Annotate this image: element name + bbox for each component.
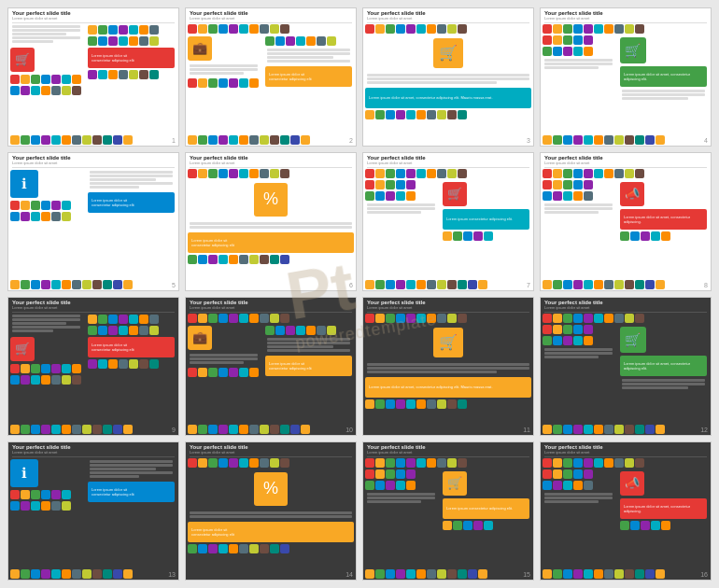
slide-12[interactable]: Your perfect slide titleLorem ipsum dolo… [540, 297, 712, 436]
slide-15[interactable]: Your perfect slide titleLorem ipsum dolo… [362, 441, 534, 581]
slide-16[interactable]: Your perfect slide titleLorem ipsum dolo… [540, 441, 712, 581]
slide-6[interactable]: Your perfect slide titleLorem ipsum dolo… [185, 152, 357, 291]
slide-subtitle: Lorem ipsum dolor sit amet [12, 161, 175, 166]
slide-subtitle: Lorem ipsum dolor sit amet [190, 17, 352, 21]
slide-subtitle: Lorem ipsum dolor sit amet [12, 17, 175, 21]
slide-3[interactable]: Your perfect slide titleLorem ipsum dolo… [362, 7, 534, 147]
slide-11[interactable]: Your perfect slide titleLorem ipsum dolo… [362, 297, 534, 436]
slide-7[interactable]: Your perfect slide titleLorem ipsum dolo… [362, 152, 534, 291]
slide-subtitle: Lorem ipsum dolor sit amet [12, 306, 175, 311]
slide-8[interactable]: Your perfect slide titleLorem ipsum dolo… [540, 152, 712, 291]
slide-subtitle: Lorem ipsum dolor sit amet [190, 306, 352, 311]
slide-10[interactable]: Your perfect slide titleLorem ipsum dolo… [185, 297, 357, 436]
slide-14[interactable]: Your perfect slide titleLorem ipsum dolo… [185, 441, 357, 581]
slide-subtitle: Lorem ipsum dolor sit amet [544, 161, 707, 166]
slide-grid: Your perfect slide titleLorem ipsum dolo… [7, 7, 712, 581]
slide-subtitle: Lorem ipsum dolor sit amet [544, 451, 707, 455]
slide-1[interactable]: Your perfect slide titleLorem ipsum dolo… [7, 7, 179, 147]
slide-subtitle: Lorem ipsum dolor sit amet [544, 306, 707, 311]
slide-subtitle: Lorem ipsum dolor sit amet [367, 161, 529, 166]
slide-subtitle: Lorem ipsum dolor sit amet [12, 451, 175, 455]
slide-subtitle: Lorem ipsum dolor sit amet [544, 17, 707, 21]
slide-subtitle: Lorem ipsum dolor sit amet [190, 161, 352, 166]
slide-13[interactable]: Your perfect slide titleLorem ipsum dolo… [7, 441, 179, 581]
slide-9[interactable]: Your perfect slide titleLorem ipsum dolo… [7, 297, 179, 436]
slide-subtitle: Lorem ipsum dolor sit amet [367, 451, 529, 455]
slide-subtitle: Lorem ipsum dolor sit amet [190, 451, 352, 455]
slide-4[interactable]: Your perfect slide titleLorem ipsum dolo… [540, 7, 712, 147]
slide-subtitle: Lorem ipsum dolor sit amet [367, 306, 529, 311]
slide-subtitle: Lorem ipsum dolor sit amet [367, 17, 529, 21]
slide-2[interactable]: Your perfect slide titleLorem ipsum dolo… [185, 7, 357, 147]
slide-5[interactable]: Your perfect slide titleLorem ipsum dolo… [7, 152, 179, 291]
